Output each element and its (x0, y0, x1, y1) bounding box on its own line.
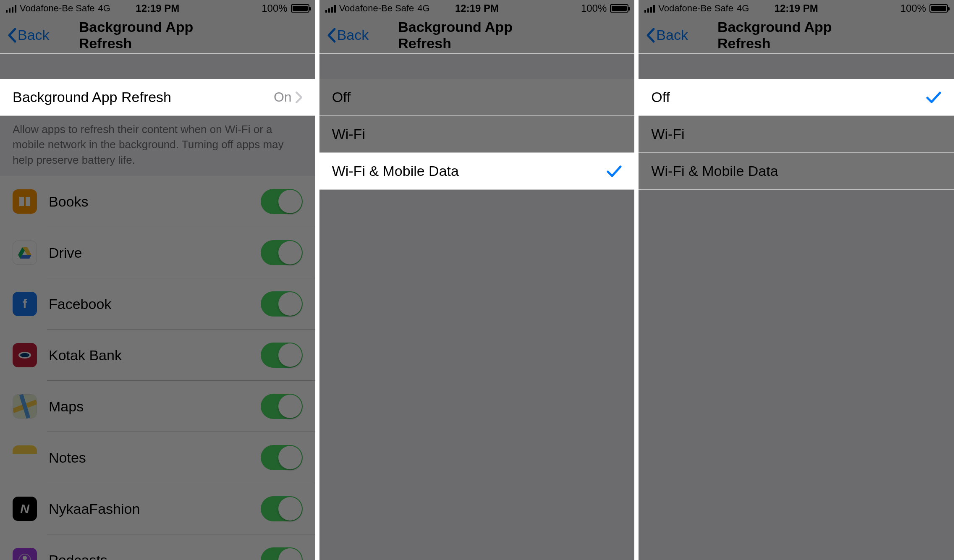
screenshot-pane-3: Vodafone-Be Safe 4G 12:19 PM 100% Back B… (639, 0, 958, 560)
checkmark-icon (607, 165, 622, 178)
nav-bar: Back Background App Refresh (0, 17, 315, 54)
toggle-switch[interactable] (261, 394, 303, 419)
toggle-switch[interactable] (261, 547, 303, 560)
toggle-switch[interactable] (261, 291, 303, 317)
back-button[interactable]: Back (326, 27, 369, 43)
nav-title: Background App Refresh (398, 19, 555, 52)
app-row-notes[interactable]: Notes (0, 432, 315, 483)
empty-area (639, 190, 954, 560)
kotak-icon (13, 343, 37, 367)
row-value: On (274, 89, 292, 105)
app-row-books[interactable]: Books (0, 176, 315, 227)
podcasts-icon (13, 548, 37, 560)
toggle-switch[interactable] (261, 343, 303, 368)
clock-label: 12:19 PM (775, 3, 818, 14)
option-off[interactable]: Off (319, 79, 635, 116)
carrier-label: Vodafone-Be Safe (339, 3, 414, 14)
chevron-left-icon (326, 27, 336, 43)
screenshot-pane-2: Vodafone-Be Safe 4G 12:19 PM 100% Back B… (319, 0, 639, 560)
section-footer: Allow apps to refresh their content when… (0, 116, 315, 176)
battery-icon (610, 4, 628, 13)
battery-percent-label: 100% (581, 3, 607, 14)
app-label: Books (49, 194, 261, 210)
carrier-label: Vodafone-Be Safe (20, 3, 95, 14)
chevron-right-icon (295, 91, 303, 104)
row-label: Background App Refresh (13, 89, 274, 105)
option-wifi[interactable]: Wi-Fi (319, 116, 635, 153)
facebook-icon: f (13, 292, 37, 316)
back-label: Back (337, 27, 369, 43)
app-row-facebook[interactable]: f Facebook (0, 278, 315, 330)
chevron-left-icon (7, 27, 17, 43)
app-label: Podcasts (49, 552, 261, 560)
signal-icon (325, 4, 336, 13)
option-wifi-mobile-data[interactable]: Wi-Fi & Mobile Data (639, 153, 954, 190)
drive-icon (13, 241, 37, 265)
nav-title: Background App Refresh (717, 19, 875, 52)
app-row-nykaa[interactable]: N NykaaFashion (0, 483, 315, 534)
app-label: Facebook (49, 296, 261, 312)
signal-icon (6, 4, 16, 13)
app-row-drive[interactable]: Drive (0, 227, 315, 278)
toggle-switch[interactable] (261, 240, 303, 265)
option-label: Wi-Fi & Mobile Data (651, 163, 941, 179)
option-off[interactable]: Off (639, 79, 954, 116)
app-label: Kotak Bank (49, 347, 261, 364)
app-row-podcasts[interactable]: Podcasts (0, 534, 315, 560)
status-bar: Vodafone-Be Safe 4G 12:19 PM 100% (639, 0, 954, 17)
battery-percent-label: 100% (900, 3, 926, 14)
option-label: Wi-Fi (332, 126, 622, 142)
section-gap (0, 54, 315, 79)
option-label: Off (651, 89, 926, 105)
nav-bar: Back Background App Refresh (639, 17, 954, 54)
network-label: 4G (98, 3, 110, 14)
option-label: Wi-Fi (651, 126, 941, 142)
option-wifi-mobile-data[interactable]: Wi-Fi & Mobile Data (319, 153, 635, 190)
status-bar: Vodafone-Be Safe 4G 12:19 PM 100% (0, 0, 315, 17)
background-app-refresh-row[interactable]: Background App Refresh On (0, 79, 315, 116)
nykaa-icon: N (13, 497, 37, 521)
clock-label: 12:19 PM (136, 3, 179, 14)
toggle-switch[interactable] (261, 496, 303, 521)
app-label: NykaaFashion (49, 501, 261, 517)
toggle-switch[interactable] (261, 189, 303, 214)
back-button[interactable]: Back (645, 27, 688, 43)
svg-point-4 (23, 556, 27, 560)
nav-bar: Back Background App Refresh (319, 17, 635, 54)
signal-icon (644, 4, 655, 13)
dimmed-lower: Allow apps to refresh their content when… (0, 116, 315, 560)
network-label: 4G (417, 3, 429, 14)
screenshot-pane-1: Vodafone-Be Safe 4G 12:19 PM 100% Back B… (0, 0, 319, 560)
option-label: Wi-Fi & Mobile Data (332, 163, 607, 179)
option-wifi[interactable]: Wi-Fi (639, 116, 954, 153)
app-label: Maps (49, 398, 261, 415)
app-row-maps[interactable]: Maps (0, 381, 315, 432)
back-button[interactable]: Back (7, 27, 50, 43)
option-label: Off (332, 89, 622, 105)
clock-label: 12:19 PM (455, 3, 499, 14)
battery-icon (291, 4, 309, 13)
app-label: Notes (49, 450, 261, 466)
toggle-switch[interactable] (261, 445, 303, 470)
app-label: Drive (49, 245, 261, 261)
chevron-left-icon (645, 27, 655, 43)
status-bar: Vodafone-Be Safe 4G 12:19 PM 100% (319, 0, 635, 17)
network-label: 4G (737, 3, 749, 14)
carrier-label: Vodafone-Be Safe (658, 3, 733, 14)
notes-icon (13, 445, 37, 470)
section-gap (319, 54, 635, 79)
app-row-kotak[interactable]: Kotak Bank (0, 330, 315, 381)
back-label: Back (18, 27, 50, 43)
battery-icon (929, 4, 948, 13)
empty-area (319, 190, 635, 560)
section-gap (639, 54, 954, 79)
books-icon (13, 189, 37, 214)
battery-percent-label: 100% (262, 3, 287, 14)
maps-icon (13, 394, 37, 419)
checkmark-icon (926, 91, 941, 104)
nav-title: Background App Refresh (79, 19, 236, 52)
back-label: Back (656, 27, 688, 43)
